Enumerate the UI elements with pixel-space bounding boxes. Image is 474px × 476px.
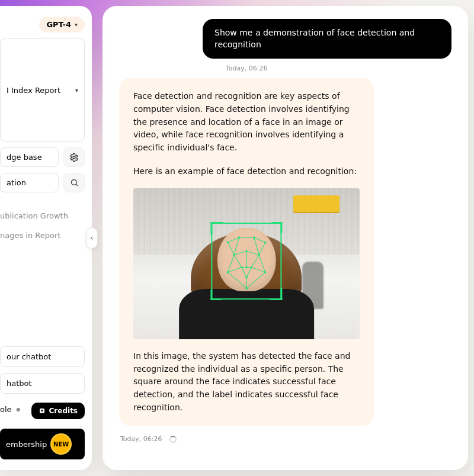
model-picker-label: GPT-4 [46, 20, 71, 29]
report-select-label: I Index Report [7, 86, 60, 95]
search-button[interactable] [63, 173, 85, 192]
assistant-text: Face detection and recognition are key a… [133, 90, 360, 154]
svg-line-2 [76, 184, 78, 186]
svg-point-13 [245, 266, 248, 268]
assistant-text: Here is an example of face detection and… [133, 165, 360, 178]
chat-panel: Show me a demonstration of face detectio… [103, 6, 468, 470]
chevron-down-icon: ▾ [75, 87, 78, 94]
assistant-timestamp: Today, 06:26 [120, 435, 162, 443]
svg-point-17 [245, 287, 248, 290]
svg-point-4 [227, 241, 229, 243]
recent-item[interactable]: ublication Growth [0, 209, 85, 223]
membership-banner[interactable]: embership NEW [0, 429, 85, 459]
svg-point-8 [233, 253, 235, 256]
kb-input-text: dge base [7, 153, 42, 162]
svg-point-5 [238, 236, 241, 239]
new-badge: NEW [52, 435, 71, 454]
settings-button[interactable] [63, 147, 85, 167]
recent-item[interactable]: nages in Report [0, 229, 85, 242]
svg-point-7 [264, 241, 267, 243]
conversation-input[interactable]: ation [0, 173, 59, 192]
svg-point-9 [258, 253, 260, 256]
svg-point-6 [253, 236, 255, 239]
face-detection-image [133, 188, 360, 339]
svg-point-15 [227, 271, 229, 274]
credits-button[interactable]: Credits [31, 403, 85, 419]
sidebar-item-label: our chatbot [7, 352, 51, 361]
user-timestamp: Today, 06:26 [226, 65, 451, 72]
svg-point-11 [241, 266, 243, 268]
sidebar-item-label: hatbot [7, 379, 32, 388]
sidebar: GPT-4 ▾ I Index Report ▾ dge base ation … [0, 6, 92, 470]
svg-point-14 [245, 276, 248, 278]
conv-input-text: ation [7, 178, 26, 187]
chevron-down-icon: ▾ [75, 21, 78, 28]
svg-point-10 [245, 250, 248, 252]
svg-point-16 [264, 271, 267, 274]
assistant-text: In this image, the system has detected t… [133, 350, 360, 414]
assistant-message: Face detection and recognition are key a… [119, 78, 374, 426]
sidebar-item-label: ole [0, 405, 12, 414]
membership-label: embership [6, 440, 47, 449]
credits-label: Credits [49, 407, 78, 415]
knowledge-base-input[interactable]: dge base [0, 147, 59, 167]
svg-point-1 [71, 180, 76, 185]
sidebar-item[interactable]: ole ● [0, 400, 27, 419]
user-message: Show me a demonstration of face detectio… [203, 19, 451, 59]
user-message-text: Show me a demonstration of face detectio… [214, 28, 415, 49]
face-landmark-mesh [212, 224, 280, 298]
info-dot-icon: ● [17, 407, 21, 412]
sidebar-item[interactable]: our chatbot [0, 346, 85, 367]
loading-spinner-icon [169, 436, 177, 443]
assistant-timestamp-row: Today, 06:26 [120, 435, 451, 443]
sidebar-item[interactable]: hatbot [0, 373, 85, 394]
search-icon [70, 178, 79, 187]
report-select[interactable]: I Index Report ▾ [0, 38, 85, 141]
face-bounding-box [211, 223, 281, 300]
collapse-sidebar-button[interactable]: ‹ [86, 227, 98, 249]
svg-point-0 [73, 156, 75, 159]
gear-icon [69, 153, 79, 162]
credits-icon [39, 407, 46, 414]
chevron-left-icon: ‹ [91, 234, 94, 242]
model-picker[interactable]: GPT-4 ▾ [39, 17, 85, 33]
svg-point-12 [251, 266, 253, 268]
